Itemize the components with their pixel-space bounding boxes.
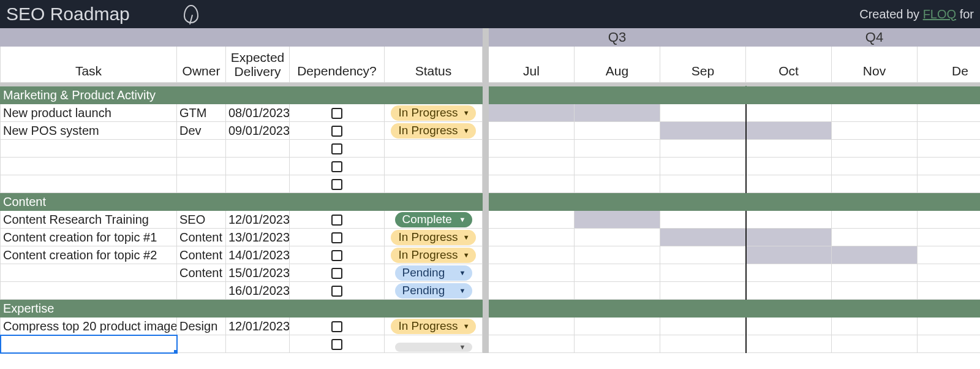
table-row[interactable] bbox=[1, 158, 981, 175]
table-row[interactable]: Content creation for topic #2 Content 14… bbox=[1, 246, 981, 264]
chevron-down-icon: ▼ bbox=[463, 234, 470, 241]
checkbox[interactable] bbox=[331, 339, 342, 350]
quarter-q4: Q4 bbox=[746, 29, 980, 47]
checkbox[interactable] bbox=[331, 179, 342, 190]
checkbox[interactable] bbox=[331, 268, 342, 279]
table-row[interactable]: Compress top 20 product images Design 12… bbox=[1, 318, 981, 335]
checkbox[interactable] bbox=[331, 232, 342, 243]
col-dep: Dependency? bbox=[290, 47, 385, 83]
table-row[interactable]: New product launch GTM 08/01/2023 In Pro… bbox=[1, 104, 981, 122]
table-row[interactable]: New POS system Dev 09/01/2023 In Progres… bbox=[1, 122, 981, 140]
chevron-down-icon: ▼ bbox=[463, 251, 470, 259]
checkbox[interactable] bbox=[331, 126, 342, 137]
chevron-down-icon: ▼ bbox=[459, 343, 466, 351]
checkbox[interactable] bbox=[331, 215, 342, 226]
col-task: Task bbox=[1, 47, 177, 83]
table-row[interactable] bbox=[1, 175, 981, 193]
app-header: SEO Roadmap Created by FLOQ for bbox=[0, 0, 980, 28]
quarter-row: Q3 Q4 bbox=[1, 29, 981, 47]
col-exp: Expected Delivery bbox=[226, 47, 290, 83]
col-dec: De bbox=[918, 47, 980, 83]
table-row[interactable]: Content creation for topic #1 Content 13… bbox=[1, 229, 981, 246]
logo-icon bbox=[184, 5, 198, 23]
roadmap-table[interactable]: Q3 Q4 Task Owner Expected Delivery Depen… bbox=[0, 28, 980, 353]
status-pill[interactable]: In Progress▼ bbox=[391, 105, 475, 121]
checkbox[interactable] bbox=[331, 321, 342, 332]
chevron-down-icon: ▼ bbox=[459, 269, 466, 276]
credit-link[interactable]: FLOQ bbox=[923, 7, 956, 21]
chevron-down-icon: ▼ bbox=[459, 216, 466, 223]
page-title: SEO Roadmap bbox=[6, 4, 184, 25]
status-pill[interactable]: ▼ bbox=[395, 343, 472, 352]
checkbox[interactable] bbox=[331, 143, 342, 154]
status-pill[interactable]: In Progress▼ bbox=[391, 248, 475, 263]
section-content: Content bbox=[1, 193, 981, 211]
chevron-down-icon: ▼ bbox=[463, 109, 470, 116]
col-owner: Owner bbox=[177, 47, 226, 83]
column-headers: Task Owner Expected Delivery Dependency?… bbox=[1, 47, 981, 83]
col-oct: Oct bbox=[746, 47, 832, 83]
col-nov: Nov bbox=[832, 47, 918, 83]
col-status: Status bbox=[385, 47, 483, 83]
table-row[interactable] bbox=[1, 140, 981, 158]
col-jul: Jul bbox=[489, 47, 575, 83]
credit-text: Created by FLOQ for bbox=[859, 7, 974, 21]
col-aug: Aug bbox=[575, 47, 660, 83]
table-row[interactable]: ▼ bbox=[1, 335, 981, 353]
chevron-down-icon: ▼ bbox=[463, 322, 470, 330]
section-expertise: Expertise bbox=[1, 300, 981, 318]
status-pill[interactable]: Pending▼ bbox=[395, 265, 472, 281]
status-pill[interactable]: In Progress▼ bbox=[391, 230, 475, 245]
checkbox[interactable] bbox=[331, 286, 342, 297]
checkbox[interactable] bbox=[331, 161, 342, 172]
status-pill[interactable]: Pending▼ bbox=[395, 283, 472, 299]
chevron-down-icon: ▼ bbox=[463, 127, 470, 134]
status-pill[interactable]: In Progress▼ bbox=[391, 319, 475, 334]
checkbox[interactable] bbox=[331, 108, 342, 119]
chevron-down-icon: ▼ bbox=[459, 287, 466, 294]
section-marketing: Marketing & Product Activity bbox=[1, 86, 981, 104]
table-row[interactable]: 16/01/2023 Pending▼ bbox=[1, 282, 981, 300]
checkbox[interactable] bbox=[331, 250, 342, 261]
selected-cell[interactable] bbox=[1, 335, 177, 353]
col-sep: Sep bbox=[660, 47, 746, 83]
status-pill[interactable]: Complete▼ bbox=[395, 212, 472, 227]
status-pill[interactable]: In Progress▼ bbox=[391, 123, 475, 139]
table-row[interactable]: Content 15/01/2023 Pending▼ bbox=[1, 264, 981, 282]
table-row[interactable]: Content Research Training SEO 12/01/2023… bbox=[1, 211, 981, 229]
quarter-q3: Q3 bbox=[489, 29, 746, 47]
